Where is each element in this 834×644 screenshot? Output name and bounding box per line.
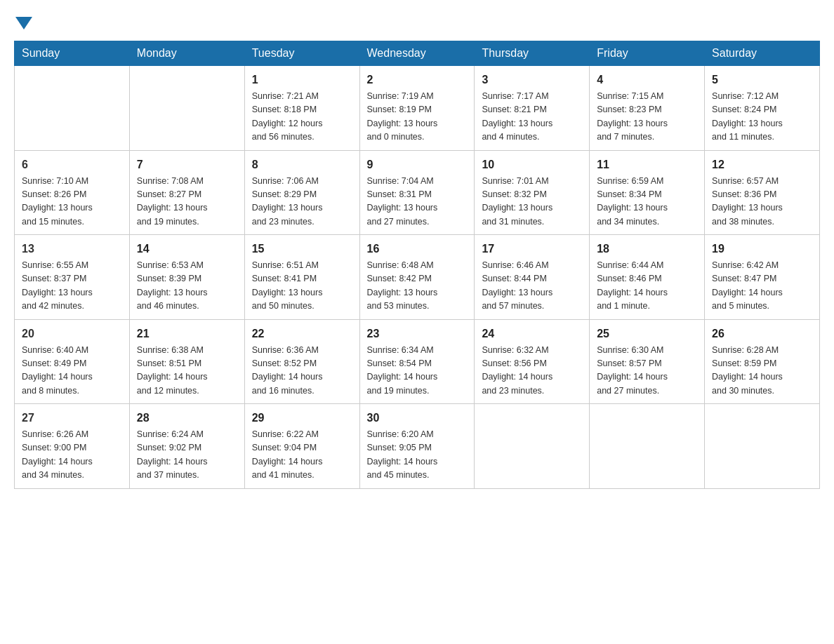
day-info: Sunrise: 6:20 AM Sunset: 9:05 PM Dayligh… [367, 428, 468, 483]
day-info: Sunrise: 6:59 AM Sunset: 8:34 PM Dayligh… [597, 175, 697, 229]
day-number: 14 [137, 241, 237, 257]
column-header-saturday: Saturday [705, 41, 820, 66]
calendar-cell: 6Sunrise: 7:10 AM Sunset: 8:26 PM Daylig… [15, 150, 130, 235]
calendar-cell: 4Sunrise: 7:15 AM Sunset: 8:23 PM Daylig… [590, 66, 705, 151]
day-number: 6 [22, 156, 122, 173]
calendar-cell: 18Sunrise: 6:44 AM Sunset: 8:46 PM Dayli… [590, 235, 705, 320]
day-number: 20 [22, 326, 122, 342]
day-info: Sunrise: 6:48 AM Sunset: 8:42 PM Dayligh… [367, 259, 468, 314]
day-number: 22 [252, 326, 352, 342]
column-header-friday: Friday [590, 41, 705, 66]
day-info: Sunrise: 7:12 AM Sunset: 8:24 PM Dayligh… [712, 90, 812, 145]
day-info: Sunrise: 6:36 AM Sunset: 8:52 PM Dayligh… [252, 344, 352, 398]
day-number: 21 [137, 326, 237, 342]
day-number: 9 [367, 156, 468, 173]
calendar-cell: 12Sunrise: 6:57 AM Sunset: 8:36 PM Dayli… [705, 150, 820, 235]
calendar-cell: 17Sunrise: 6:46 AM Sunset: 8:44 PM Dayli… [475, 235, 590, 320]
day-number: 10 [482, 156, 582, 173]
day-number: 7 [137, 156, 237, 173]
day-info: Sunrise: 7:04 AM Sunset: 8:31 PM Dayligh… [367, 175, 468, 229]
calendar-cell: 3Sunrise: 7:17 AM Sunset: 8:21 PM Daylig… [475, 66, 590, 151]
column-header-thursday: Thursday [475, 41, 590, 66]
calendar-cell: 13Sunrise: 6:55 AM Sunset: 8:37 PM Dayli… [15, 235, 130, 320]
day-number: 28 [137, 410, 237, 427]
column-header-tuesday: Tuesday [244, 41, 359, 66]
day-info: Sunrise: 6:57 AM Sunset: 8:36 PM Dayligh… [712, 175, 812, 229]
day-number: 3 [482, 72, 582, 88]
day-number: 25 [597, 326, 697, 342]
calendar-cell: 26Sunrise: 6:28 AM Sunset: 8:59 PM Dayli… [705, 319, 820, 404]
calendar-cell: 1Sunrise: 7:21 AM Sunset: 8:18 PM Daylig… [244, 66, 359, 151]
calendar-cell [129, 66, 244, 151]
day-info: Sunrise: 7:17 AM Sunset: 8:21 PM Dayligh… [482, 90, 582, 145]
day-number: 19 [712, 241, 812, 257]
day-number: 11 [597, 156, 697, 173]
logo-triangle-icon [15, 17, 32, 29]
logo [14, 14, 34, 27]
day-info: Sunrise: 6:26 AM Sunset: 9:00 PM Dayligh… [22, 428, 122, 483]
day-number: 16 [367, 241, 468, 257]
day-info: Sunrise: 7:01 AM Sunset: 8:32 PM Dayligh… [482, 175, 582, 229]
calendar-cell: 20Sunrise: 6:40 AM Sunset: 8:49 PM Dayli… [15, 319, 130, 404]
calendar-week-row: 13Sunrise: 6:55 AM Sunset: 8:37 PM Dayli… [15, 235, 820, 320]
calendar-cell [705, 404, 820, 489]
calendar-cell: 30Sunrise: 6:20 AM Sunset: 9:05 PM Dayli… [359, 404, 475, 489]
calendar-cell: 22Sunrise: 6:36 AM Sunset: 8:52 PM Dayli… [244, 319, 359, 404]
calendar-week-row: 6Sunrise: 7:10 AM Sunset: 8:26 PM Daylig… [15, 150, 820, 235]
calendar-cell: 10Sunrise: 7:01 AM Sunset: 8:32 PM Dayli… [475, 150, 590, 235]
column-header-wednesday: Wednesday [359, 41, 475, 66]
calendar-cell: 11Sunrise: 6:59 AM Sunset: 8:34 PM Dayli… [590, 150, 705, 235]
day-info: Sunrise: 6:40 AM Sunset: 8:49 PM Dayligh… [22, 344, 122, 398]
day-info: Sunrise: 6:44 AM Sunset: 8:46 PM Dayligh… [597, 259, 697, 314]
calendar-week-row: 1Sunrise: 7:21 AM Sunset: 8:18 PM Daylig… [15, 66, 820, 151]
day-number: 18 [597, 241, 697, 257]
day-info: Sunrise: 6:28 AM Sunset: 8:59 PM Dayligh… [712, 344, 812, 398]
day-number: 13 [22, 241, 122, 257]
calendar-header-row: SundayMondayTuesdayWednesdayThursdayFrid… [15, 41, 820, 66]
day-info: Sunrise: 6:46 AM Sunset: 8:44 PM Dayligh… [482, 259, 582, 314]
day-number: 5 [712, 72, 812, 88]
day-number: 24 [482, 326, 582, 342]
calendar-cell: 5Sunrise: 7:12 AM Sunset: 8:24 PM Daylig… [705, 66, 820, 151]
day-info: Sunrise: 6:30 AM Sunset: 8:57 PM Dayligh… [597, 344, 697, 398]
day-info: Sunrise: 6:22 AM Sunset: 9:04 PM Dayligh… [252, 428, 352, 483]
day-number: 26 [712, 326, 812, 342]
day-number: 23 [367, 326, 468, 342]
day-number: 2 [367, 72, 468, 88]
day-info: Sunrise: 6:55 AM Sunset: 8:37 PM Dayligh… [22, 259, 122, 314]
day-number: 17 [482, 241, 582, 257]
calendar-cell: 15Sunrise: 6:51 AM Sunset: 8:41 PM Dayli… [244, 235, 359, 320]
page-header [14, 14, 820, 27]
day-info: Sunrise: 7:08 AM Sunset: 8:27 PM Dayligh… [137, 175, 237, 229]
day-info: Sunrise: 7:06 AM Sunset: 8:29 PM Dayligh… [252, 175, 352, 229]
calendar-cell: 28Sunrise: 6:24 AM Sunset: 9:02 PM Dayli… [129, 404, 244, 489]
day-number: 15 [252, 241, 352, 257]
day-number: 8 [252, 156, 352, 173]
day-number: 4 [597, 72, 697, 88]
calendar-cell: 21Sunrise: 6:38 AM Sunset: 8:51 PM Dayli… [129, 319, 244, 404]
day-number: 1 [252, 72, 352, 88]
calendar-cell: 24Sunrise: 6:32 AM Sunset: 8:56 PM Dayli… [475, 319, 590, 404]
day-info: Sunrise: 7:19 AM Sunset: 8:19 PM Dayligh… [367, 90, 468, 145]
calendar-cell: 14Sunrise: 6:53 AM Sunset: 8:39 PM Dayli… [129, 235, 244, 320]
day-info: Sunrise: 6:32 AM Sunset: 8:56 PM Dayligh… [482, 344, 582, 398]
day-info: Sunrise: 7:21 AM Sunset: 8:18 PM Dayligh… [252, 90, 352, 145]
calendar-cell: 27Sunrise: 6:26 AM Sunset: 9:00 PM Dayli… [15, 404, 130, 489]
calendar-cell: 7Sunrise: 7:08 AM Sunset: 8:27 PM Daylig… [129, 150, 244, 235]
day-number: 30 [367, 410, 468, 427]
day-info: Sunrise: 6:24 AM Sunset: 9:02 PM Dayligh… [137, 428, 237, 483]
calendar-cell [590, 404, 705, 489]
day-info: Sunrise: 6:34 AM Sunset: 8:54 PM Dayligh… [367, 344, 468, 398]
day-number: 12 [712, 156, 812, 173]
calendar-cell: 8Sunrise: 7:06 AM Sunset: 8:29 PM Daylig… [244, 150, 359, 235]
day-info: Sunrise: 6:38 AM Sunset: 8:51 PM Dayligh… [137, 344, 237, 398]
calendar-cell: 9Sunrise: 7:04 AM Sunset: 8:31 PM Daylig… [359, 150, 475, 235]
calendar-cell: 25Sunrise: 6:30 AM Sunset: 8:57 PM Dayli… [590, 319, 705, 404]
calendar-table: SundayMondayTuesdayWednesdayThursdayFrid… [14, 41, 820, 489]
column-header-sunday: Sunday [15, 41, 130, 66]
column-header-monday: Monday [129, 41, 244, 66]
calendar-cell: 16Sunrise: 6:48 AM Sunset: 8:42 PM Dayli… [359, 235, 475, 320]
calendar-cell: 29Sunrise: 6:22 AM Sunset: 9:04 PM Dayli… [244, 404, 359, 489]
day-info: Sunrise: 6:42 AM Sunset: 8:47 PM Dayligh… [712, 259, 812, 314]
day-info: Sunrise: 7:10 AM Sunset: 8:26 PM Dayligh… [22, 175, 122, 229]
